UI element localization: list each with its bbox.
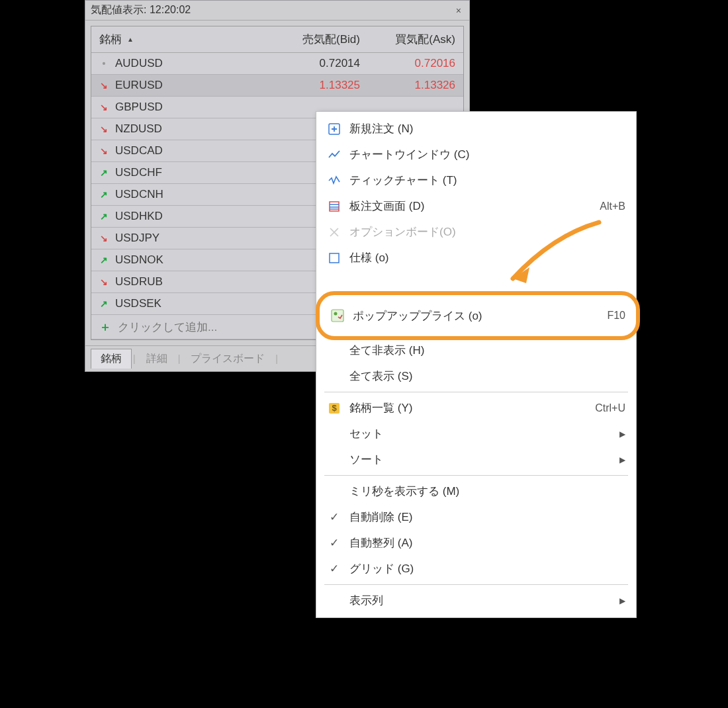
- tick-chart-icon: [327, 173, 341, 188]
- submenu-arrow-icon: ▶: [619, 596, 625, 605]
- symbol-name: EURUSD: [115, 79, 163, 92]
- symbol-name: USDJPY: [115, 232, 159, 245]
- symbol-name: GBPUSD: [115, 101, 163, 114]
- menu-separator: [324, 584, 628, 585]
- menu-auto-arrange[interactable]: ✓ 自動整列 (A): [316, 530, 636, 556]
- menu-hide-all[interactable]: 全て非表示 (H): [316, 337, 636, 363]
- menu-spec-partial[interactable]: 仕様 (o): [316, 245, 636, 265]
- svg-text:$: $: [332, 403, 337, 413]
- close-icon[interactable]: ×: [453, 5, 464, 16]
- add-symbol-label: クリックして追加...: [118, 320, 217, 335]
- symbol-name: NZDUSD: [115, 122, 162, 136]
- symbols-list-icon: $: [327, 401, 341, 416]
- tab-priceboard[interactable]: プライスボード: [181, 349, 274, 369]
- check-icon: ✓: [327, 536, 341, 551]
- bid-value: 1.13325: [265, 79, 360, 92]
- header-ask[interactable]: 買気配(Ask): [360, 32, 455, 47]
- svg-rect-2: [330, 253, 339, 263]
- menu-tick-chart[interactable]: ティックチャート (T): [316, 167, 636, 193]
- svg-point-6: [334, 312, 338, 316]
- check-icon: ✓: [327, 562, 341, 576]
- spec-icon: [327, 251, 341, 265]
- menu-auto-delete[interactable]: ✓ 自動削除 (E): [316, 504, 636, 530]
- menu-depth[interactable]: 板注文画面 (D) Alt+B: [316, 193, 636, 219]
- trend-down-icon: ↘: [99, 146, 109, 155]
- menu-new-order[interactable]: 新規注文 (N): [316, 116, 636, 142]
- chart-window-icon: [327, 148, 341, 162]
- check-icon: ✓: [327, 510, 341, 525]
- menu-show-ms[interactable]: ミリ秒を表示する (M): [316, 478, 636, 504]
- menu-symbols-list[interactable]: $ 銘柄一覧 (Y) Ctrl+U: [316, 395, 636, 421]
- depth-icon: [327, 199, 341, 214]
- menu-popup-price-label[interactable]: ポップアッププライス (o): [353, 308, 599, 324]
- trend-down-icon: ↘: [99, 234, 109, 243]
- symbol-name: AUDUSD: [115, 57, 163, 70]
- symbol-name: USDCNH: [115, 188, 163, 201]
- titlebar: 気配値表示: 12:20:02 ×: [85, 1, 469, 21]
- table-row[interactable]: ↘EURUSD1.133251.13326: [91, 75, 463, 97]
- menu-sort[interactable]: ソート ▶: [316, 447, 636, 472]
- header-symbol[interactable]: 銘柄: [99, 32, 122, 47]
- menu-options-board: オプションボード(O): [316, 219, 636, 245]
- trend-up-icon: ↗: [99, 212, 109, 221]
- menu-columns[interactable]: 表示列 ▶: [316, 588, 636, 613]
- trend-up-icon: ↗: [99, 190, 109, 199]
- trend-flat-icon: •: [99, 59, 109, 68]
- popup-price-icon: [330, 308, 345, 323]
- symbol-name: USDCAD: [115, 144, 163, 157]
- symbol-name: USDCHF: [115, 166, 162, 179]
- symbol-name: USDRUB: [115, 275, 163, 288]
- menu-set[interactable]: セット ▶: [316, 421, 636, 447]
- annotation-highlight: ポップアッププライス (o) F10: [316, 291, 640, 340]
- symbol-name: USDHKD: [115, 210, 163, 223]
- trend-down-icon: ↘: [99, 277, 109, 287]
- ask-value: 1.13326: [360, 79, 455, 92]
- trend-up-icon: ↗: [99, 255, 109, 265]
- context-menu: 新規注文 (N) チャートウインドウ (C) ティックチャート (T) 板注文画…: [316, 111, 637, 618]
- table-header[interactable]: 銘柄 ▲ 売気配(Bid) 買気配(Ask): [91, 26, 463, 53]
- window-title: 気配値表示: 12:20:02: [91, 3, 453, 17]
- symbol-name: USDNOK: [115, 253, 163, 267]
- svg-rect-1: [330, 202, 339, 211]
- menu-show-all[interactable]: 全て表示 (S): [316, 363, 636, 389]
- menu-grid[interactable]: ✓ グリッド (G): [316, 556, 636, 582]
- sort-asc-icon: ▲: [127, 36, 134, 43]
- bid-value: 0.72014: [265, 57, 360, 70]
- menu-separator: [324, 475, 628, 476]
- new-order-icon: [327, 122, 341, 136]
- options-board-icon: [327, 225, 341, 240]
- trend-up-icon: ↗: [99, 168, 109, 177]
- menu-separator: [324, 392, 628, 392]
- trend-down-icon: ↘: [99, 124, 109, 134]
- table-row[interactable]: •AUDUSD0.720140.72016: [91, 53, 463, 75]
- submenu-arrow-icon: ▶: [619, 429, 625, 439]
- plus-icon: ＋: [99, 319, 111, 335]
- trend-down-icon: ↘: [99, 81, 109, 90]
- ask-value: 0.72016: [360, 57, 455, 70]
- submenu-arrow-icon: ▶: [619, 455, 625, 465]
- tab-symbols[interactable]: 銘柄: [91, 349, 132, 369]
- tab-details[interactable]: 詳細: [137, 349, 177, 369]
- header-bid[interactable]: 売気配(Bid): [265, 32, 360, 47]
- symbol-name: USDSEK: [115, 297, 161, 310]
- trend-up-icon: ↗: [99, 299, 109, 308]
- menu-chart-window[interactable]: チャートウインドウ (C): [316, 142, 636, 167]
- trend-down-icon: ↘: [99, 103, 109, 112]
